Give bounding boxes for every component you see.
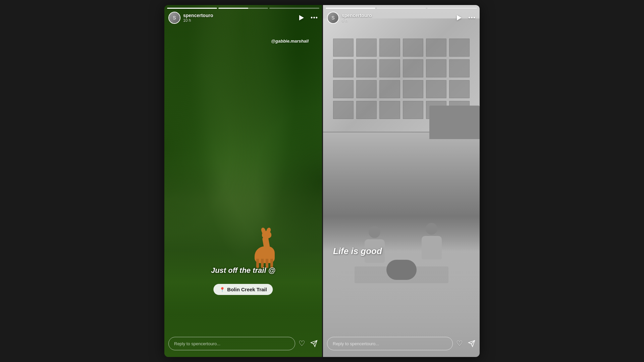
time-ago-2: 6 h xyxy=(342,18,455,23)
person-1-head xyxy=(369,226,380,238)
window-7 xyxy=(333,59,354,77)
location-icon: 📍 xyxy=(219,287,225,292)
more-options-2[interactable]: ••• xyxy=(468,14,476,21)
window-4 xyxy=(403,39,423,57)
progress-bar-1 xyxy=(167,8,319,9)
story-header-2: S spencertouro 6 h ••• xyxy=(323,12,480,24)
window-12 xyxy=(449,59,470,77)
window-8 xyxy=(356,59,377,77)
window-5 xyxy=(426,39,446,57)
deer-element xyxy=(251,226,281,263)
window-10 xyxy=(403,59,423,77)
heart-icon-1[interactable]: ♡ xyxy=(299,339,305,348)
mention-tag[interactable]: @gabbie.marshall xyxy=(271,39,309,44)
play-triangle-2 xyxy=(457,15,462,20)
window-14 xyxy=(356,80,377,98)
avatar-1: S xyxy=(168,12,180,24)
more-options-1[interactable]: ••• xyxy=(311,14,318,21)
window-1 xyxy=(333,39,354,57)
username-1: spencertouro xyxy=(183,13,297,18)
window-11 xyxy=(426,59,446,77)
person-2-head xyxy=(426,223,437,235)
send-button-2[interactable] xyxy=(468,340,476,348)
progress-seg-1 xyxy=(167,8,217,9)
story-header-1: S spencertouro 10 h ••• xyxy=(164,12,322,24)
send-button-1[interactable] xyxy=(310,340,318,348)
story-meta-1: spencertouro 10 h xyxy=(183,13,297,23)
progress-seg-3 xyxy=(269,8,319,9)
window-20 xyxy=(356,101,377,119)
stories-container: S spencertouro 10 h ••• @gabbie.marshall… xyxy=(164,5,480,357)
story-1: S spencertouro 10 h ••• @gabbie.marshall… xyxy=(164,5,322,357)
window-9 xyxy=(379,59,400,77)
time-ago-1: 10 h xyxy=(183,18,297,23)
window-18 xyxy=(449,80,470,98)
send-svg-1 xyxy=(310,340,318,347)
heart-icon-2[interactable]: ♡ xyxy=(456,339,463,348)
window-22 xyxy=(403,101,423,119)
person-2-body xyxy=(422,236,442,259)
window-2 xyxy=(356,39,377,57)
avatar-inner-2: S xyxy=(328,12,338,23)
caption-2: Life is good xyxy=(333,246,382,256)
window-21 xyxy=(379,101,400,119)
window-15 xyxy=(379,80,400,98)
window-16 xyxy=(403,80,423,98)
header-actions-1: ••• xyxy=(297,13,318,22)
story-bottom-2: Reply to spencertouro... ♡ xyxy=(327,337,476,350)
story-2: S spencertouro 6 h ••• Life is good Repl… xyxy=(322,5,480,357)
window-3 xyxy=(379,39,400,57)
action-icons-1: ♡ xyxy=(299,339,318,348)
header-actions-2: ••• xyxy=(455,13,476,22)
location-name: Bolin Creek Trail xyxy=(227,287,267,292)
story-bottom-1: Reply to spencertouro... ♡ xyxy=(168,337,318,350)
play-button-2[interactable] xyxy=(455,13,464,22)
username-2: spencertouro xyxy=(342,13,455,18)
send-svg-2 xyxy=(468,340,475,347)
progress-seg-2-2 xyxy=(377,8,426,9)
reply-input-1[interactable]: Reply to spencertouro... xyxy=(168,337,295,350)
progress-bar-2 xyxy=(326,8,477,9)
play-triangle-1 xyxy=(299,15,304,20)
avatar-inner-1: S xyxy=(169,12,180,23)
reply-placeholder-2: Reply to spencertouro... xyxy=(333,341,379,346)
play-button-1[interactable] xyxy=(297,13,306,22)
reply-placeholder-1: Reply to spencertouro... xyxy=(174,341,220,346)
window-6 xyxy=(449,39,470,57)
progress-seg-2-3 xyxy=(427,8,477,9)
action-icons-2: ♡ xyxy=(456,339,476,348)
dog xyxy=(386,260,417,280)
story-meta-2: spencertouro 6 h xyxy=(342,13,455,23)
location-pill[interactable]: 📍 Bolin Creek Trail xyxy=(213,284,273,295)
person-2 xyxy=(418,223,445,266)
progress-seg-2 xyxy=(218,8,268,9)
progress-seg-2-1 xyxy=(326,8,375,9)
window-17 xyxy=(426,80,446,98)
car-area xyxy=(429,106,480,139)
window-19 xyxy=(333,101,354,119)
caption-1: Just off the trail @ xyxy=(164,266,322,275)
window-13 xyxy=(333,80,354,98)
avatar-2: S xyxy=(327,12,339,24)
reply-input-2[interactable]: Reply to spencertouro... xyxy=(327,337,453,350)
